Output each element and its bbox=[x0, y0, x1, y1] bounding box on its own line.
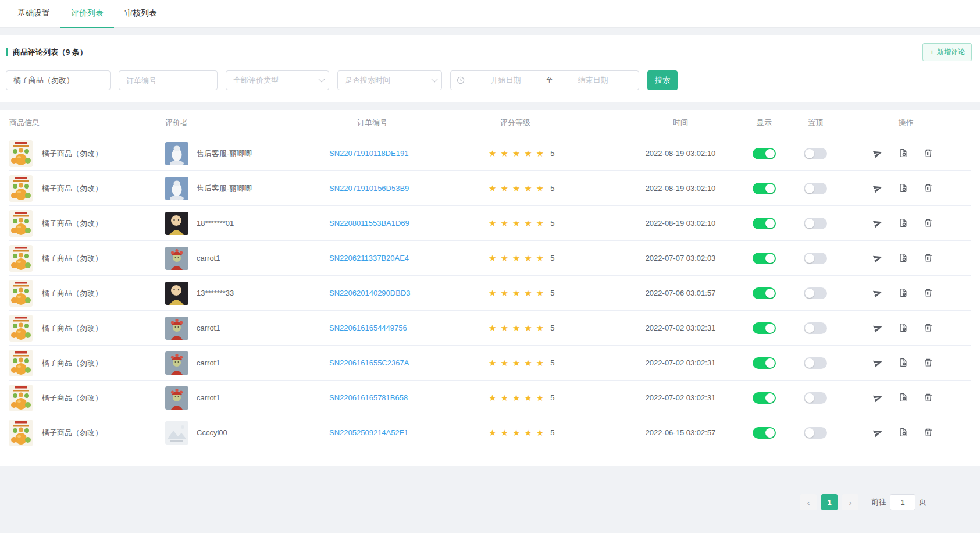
order-number-link[interactable]: SN220616165781B658 bbox=[329, 393, 408, 402]
delete-icon[interactable] bbox=[924, 183, 933, 193]
delete-icon[interactable] bbox=[924, 358, 933, 368]
copy-file-icon[interactable] bbox=[899, 288, 908, 298]
copy-file-icon[interactable] bbox=[899, 323, 908, 333]
product-image bbox=[9, 175, 33, 202]
current-page-button[interactable]: 1 bbox=[821, 494, 838, 510]
order-number-link[interactable]: SN220620140290DBD3 bbox=[329, 289, 411, 297]
table-row: 橘子商品（勿改） carrot1 SN2206211337B20AE4 ★★★★… bbox=[9, 240, 971, 275]
product-name-input[interactable] bbox=[6, 70, 111, 90]
delete-icon[interactable] bbox=[924, 323, 933, 333]
red-crown-avatar bbox=[165, 247, 188, 270]
copy-file-icon[interactable] bbox=[899, 148, 908, 158]
delete-icon[interactable] bbox=[924, 393, 933, 403]
pin-toggle[interactable] bbox=[804, 427, 827, 439]
date-range-picker[interactable]: 开始日期 至 结束日期 bbox=[450, 70, 639, 90]
order-number-link[interactable]: SN22071910118DE191 bbox=[329, 149, 408, 158]
pin-toggle[interactable] bbox=[804, 287, 827, 299]
send-icon[interactable] bbox=[873, 183, 883, 193]
goto-page-input[interactable] bbox=[890, 494, 915, 510]
search-time-select[interactable]: 是否搜索时间 bbox=[337, 70, 442, 90]
review-time: 2022-08-19 03:02:10 bbox=[646, 149, 716, 158]
product-name: 橘子商品（勿改） bbox=[42, 218, 102, 229]
review-time: 2022-07-02 03:02:31 bbox=[646, 358, 716, 367]
header-time: 时间 bbox=[622, 118, 739, 128]
display-toggle[interactable] bbox=[753, 392, 776, 404]
star-rating-icons: ★★★★★ bbox=[489, 358, 548, 368]
send-icon[interactable] bbox=[873, 148, 883, 158]
add-review-button[interactable]: + 新增评论 bbox=[922, 43, 972, 61]
product-image bbox=[9, 315, 33, 342]
sculpture-avatar bbox=[165, 177, 188, 200]
tab-review-list[interactable]: 评价列表 bbox=[60, 8, 114, 28]
copy-file-icon[interactable] bbox=[899, 183, 908, 193]
star-rating-icons: ★★★★★ bbox=[489, 323, 548, 333]
send-icon[interactable] bbox=[873, 358, 883, 368]
display-toggle[interactable] bbox=[753, 183, 776, 194]
display-toggle[interactable] bbox=[753, 218, 776, 229]
order-number-link[interactable]: SN22071910156D53B9 bbox=[329, 184, 409, 193]
copy-file-icon[interactable] bbox=[899, 218, 908, 228]
order-number-link[interactable]: SN22052509214A52F1 bbox=[329, 428, 408, 437]
table-row: 橘子商品（勿改） 18*******01 SN2208011553BA1D69 … bbox=[9, 205, 971, 240]
copy-file-icon[interactable] bbox=[899, 393, 908, 403]
copy-file-icon[interactable] bbox=[899, 358, 908, 368]
review-time: 2022-07-02 03:02:31 bbox=[646, 324, 716, 332]
tab-audit-list[interactable]: 审核列表 bbox=[114, 8, 168, 28]
pin-toggle[interactable] bbox=[804, 357, 827, 369]
review-type-value: 全部评价类型 bbox=[233, 75, 279, 86]
star-rating-icons: ★★★★★ bbox=[489, 183, 548, 194]
next-page-button[interactable]: › bbox=[842, 494, 858, 510]
review-type-select[interactable]: 全部评价类型 bbox=[226, 70, 329, 90]
rating-value: 5 bbox=[550, 254, 554, 262]
start-date-placeholder[interactable]: 开始日期 bbox=[466, 75, 546, 86]
sculpture-avatar bbox=[165, 142, 188, 165]
pin-toggle[interactable] bbox=[804, 392, 827, 404]
display-toggle[interactable] bbox=[753, 253, 776, 264]
section-title-text: 商品评论列表（9 条） bbox=[13, 47, 87, 58]
display-toggle[interactable] bbox=[753, 427, 776, 439]
landscape-avatar bbox=[165, 421, 188, 445]
delete-icon[interactable] bbox=[924, 253, 933, 263]
send-icon[interactable] bbox=[873, 393, 883, 403]
order-number-link[interactable]: SN2206211337B20AE4 bbox=[329, 254, 409, 262]
display-toggle[interactable] bbox=[753, 148, 776, 159]
delete-icon[interactable] bbox=[924, 428, 933, 438]
table-row: 橘子商品（勿改） carrot1 SN2206161654449756 ★★★★… bbox=[9, 310, 971, 345]
end-date-placeholder[interactable]: 结束日期 bbox=[553, 75, 633, 86]
send-icon[interactable] bbox=[873, 253, 883, 263]
pin-toggle[interactable] bbox=[804, 183, 827, 194]
copy-file-icon[interactable] bbox=[899, 428, 908, 438]
title-accent-bar bbox=[6, 48, 8, 56]
delete-icon[interactable] bbox=[924, 288, 933, 298]
reviewer-name: carrot1 bbox=[197, 393, 220, 402]
pin-toggle[interactable] bbox=[804, 253, 827, 264]
send-icon[interactable] bbox=[873, 288, 883, 298]
product-name: 橘子商品（勿改） bbox=[42, 148, 102, 159]
send-icon[interactable] bbox=[873, 218, 883, 228]
prev-page-button[interactable]: ‹ bbox=[800, 494, 817, 510]
display-toggle[interactable] bbox=[753, 287, 776, 299]
order-number-link[interactable]: SN2206161655C2367A bbox=[329, 358, 409, 367]
display-toggle[interactable] bbox=[753, 357, 776, 369]
send-icon[interactable] bbox=[873, 428, 883, 438]
goto-label: 前往 bbox=[871, 497, 886, 507]
rating-value: 5 bbox=[550, 289, 554, 297]
star-rating-icons: ★★★★★ bbox=[489, 393, 548, 403]
tab-basic-settings[interactable]: 基础设置 bbox=[7, 8, 60, 28]
order-number-input[interactable] bbox=[119, 70, 218, 90]
delete-icon[interactable] bbox=[924, 218, 933, 228]
display-toggle[interactable] bbox=[753, 322, 776, 334]
product-name: 橘子商品（勿改） bbox=[42, 183, 102, 194]
copy-file-icon[interactable] bbox=[899, 253, 908, 263]
order-number-link[interactable]: SN2208011553BA1D69 bbox=[329, 219, 409, 228]
pin-toggle[interactable] bbox=[804, 148, 827, 159]
product-image bbox=[9, 140, 33, 167]
search-button[interactable]: 搜索 bbox=[647, 70, 678, 90]
send-icon[interactable] bbox=[873, 323, 883, 333]
pin-toggle[interactable] bbox=[804, 218, 827, 229]
pin-toggle[interactable] bbox=[804, 322, 827, 334]
header-rating: 评分等级 bbox=[489, 118, 622, 128]
order-number-link[interactable]: SN2206161654449756 bbox=[329, 324, 407, 332]
delete-icon[interactable] bbox=[924, 148, 933, 158]
header-order: 订单编号 bbox=[329, 118, 489, 128]
